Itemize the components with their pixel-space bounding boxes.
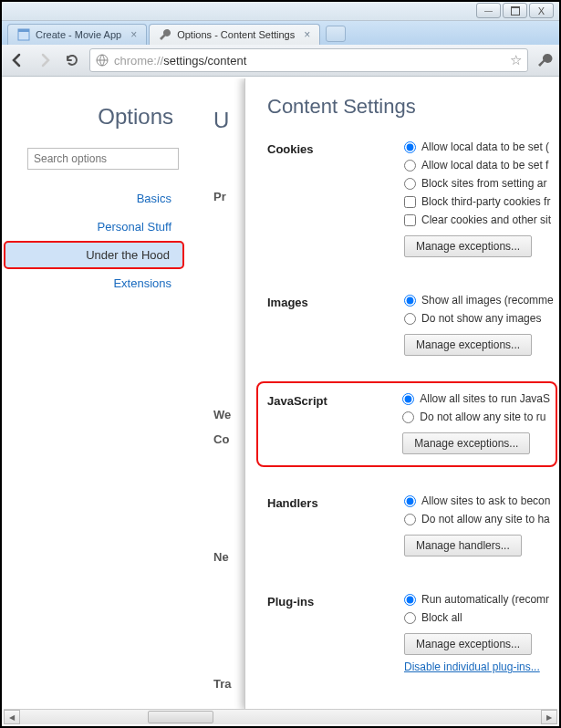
url-bar[interactable]: chrome://settings/content ☆ bbox=[89, 48, 528, 72]
option-label: Run automatically (recomr bbox=[421, 593, 549, 606]
window-minimize-button[interactable]: — bbox=[476, 3, 501, 18]
forward-button[interactable] bbox=[35, 50, 55, 70]
close-glyph: X bbox=[538, 5, 545, 16]
radio-option[interactable]: Block all bbox=[404, 611, 557, 624]
window-maximize-button[interactable] bbox=[503, 3, 527, 18]
reload-button[interactable] bbox=[62, 50, 82, 70]
close-icon[interactable]: × bbox=[304, 28, 310, 41]
section-plugins: Plug-ins Run automatically (recomr Block… bbox=[267, 593, 557, 673]
back-button[interactable] bbox=[7, 50, 27, 70]
radio-input[interactable] bbox=[404, 178, 416, 190]
option-label: Clear cookies and other sit bbox=[421, 213, 551, 226]
option-label: Block third-party cookies fr bbox=[421, 195, 550, 208]
manage-handlers-button[interactable]: Manage handlers... bbox=[404, 535, 522, 556]
section-heading: JavaScript bbox=[267, 392, 402, 454]
section-heading: Handlers bbox=[267, 494, 404, 556]
toolbar: chrome://settings/content ☆ bbox=[2, 45, 559, 77]
radio-option[interactable]: Do not allow any site to ru bbox=[402, 411, 550, 423]
section-heading: Cookies bbox=[267, 140, 404, 257]
sidebar-item-extensions[interactable]: Extensions bbox=[4, 269, 186, 297]
options-sidebar: Options Basics Personal Stuff Under the … bbox=[4, 78, 195, 710]
option-label: Do not allow any site to ha bbox=[421, 513, 550, 525]
scroll-left-button[interactable]: ◀ bbox=[4, 710, 20, 724]
manage-exceptions-button[interactable]: Manage exceptions... bbox=[404, 334, 532, 356]
disable-plugins-link[interactable]: Disable individual plug-ins... bbox=[404, 660, 540, 673]
globe-icon bbox=[96, 54, 109, 67]
radio-option[interactable]: Allow local data to be set f bbox=[404, 159, 557, 172]
radio-option[interactable]: Do not show any images bbox=[404, 312, 557, 325]
maximize-glyph bbox=[511, 6, 520, 16]
window-titlebar: — X bbox=[2, 2, 559, 21]
radio-input[interactable] bbox=[404, 160, 416, 172]
section-heading: Plug-ins bbox=[267, 593, 404, 673]
manage-exceptions-button[interactable]: Manage exceptions... bbox=[404, 633, 532, 655]
minimize-glyph: — bbox=[484, 6, 493, 16]
sidebar-item-personal-stuff[interactable]: Personal Stuff bbox=[4, 213, 186, 241]
option-label: Show all images (recomme bbox=[421, 294, 554, 307]
manage-exceptions-button[interactable]: Manage exceptions... bbox=[402, 432, 530, 454]
page-icon bbox=[17, 28, 30, 41]
radio-option[interactable]: Run automatically (recomr bbox=[404, 593, 557, 606]
option-label: Do not allow any site to ru bbox=[420, 411, 545, 423]
svg-rect-1 bbox=[18, 29, 29, 32]
radio-input[interactable] bbox=[404, 313, 416, 325]
radio-option[interactable]: Allow all sites to run JavaS bbox=[402, 392, 550, 405]
radio-input[interactable] bbox=[404, 594, 416, 606]
scroll-right-button[interactable]: ▶ bbox=[541, 710, 557, 724]
radio-input[interactable] bbox=[402, 411, 414, 423]
manage-exceptions-button[interactable]: Manage exceptions... bbox=[404, 235, 532, 257]
radio-option[interactable]: Allow local data to be set ( bbox=[404, 140, 557, 153]
checkbox-input[interactable] bbox=[404, 196, 416, 208]
radio-option[interactable]: Block sites from setting ar bbox=[404, 177, 557, 190]
sidebar-item-under-the-hood[interactable]: Under the Hood bbox=[4, 241, 184, 269]
tab-label: Options - Content Settings bbox=[177, 29, 295, 40]
radio-input[interactable] bbox=[404, 141, 416, 153]
option-label: Allow local data to be set ( bbox=[421, 140, 549, 153]
bookmark-star-icon[interactable]: ☆ bbox=[510, 52, 522, 68]
option-label: Block all bbox=[421, 611, 462, 624]
tabstrip: Create - Movie App × Options - Content S… bbox=[2, 21, 559, 45]
section-javascript-highlighted: JavaScript Allow all sites to run JavaS … bbox=[256, 381, 557, 467]
radio-input[interactable] bbox=[404, 495, 416, 507]
page-title: Options bbox=[4, 104, 173, 130]
tab-label: Create - Movie App bbox=[36, 29, 121, 40]
wrench-menu-button[interactable] bbox=[535, 51, 554, 69]
option-label: Block sites from setting ar bbox=[421, 177, 546, 190]
checkbox-option[interactable]: Block third-party cookies fr bbox=[404, 195, 557, 208]
url-text: chrome://settings/content bbox=[114, 54, 504, 68]
option-label: Allow all sites to run JavaS bbox=[420, 392, 550, 405]
sidebar-item-basics[interactable]: Basics bbox=[4, 184, 186, 213]
new-tab-button[interactable] bbox=[326, 26, 346, 42]
radio-option[interactable]: Do not allow any site to ha bbox=[404, 513, 557, 525]
section-heading: Images bbox=[267, 294, 404, 356]
radio-input[interactable] bbox=[404, 295, 416, 307]
section-handlers: Handlers Allow sites to ask to becon Do … bbox=[267, 494, 557, 556]
search-input[interactable] bbox=[27, 148, 179, 170]
tab-movie-app[interactable]: Create - Movie App × bbox=[7, 24, 147, 45]
wrench-icon bbox=[159, 28, 171, 41]
tab-options-active[interactable]: Options - Content Settings × bbox=[149, 24, 320, 45]
content-settings-popup: Content Settings Cookies Allow local dat… bbox=[244, 78, 557, 710]
scroll-thumb[interactable] bbox=[148, 711, 213, 723]
horizontal-scrollbar[interactable]: ◀ ▶ bbox=[4, 709, 557, 724]
close-icon[interactable]: × bbox=[130, 28, 137, 41]
popup-title: Content Settings bbox=[267, 95, 557, 119]
window-close-button[interactable]: X bbox=[529, 3, 554, 18]
checkbox-input[interactable] bbox=[404, 214, 416, 226]
radio-option[interactable]: Allow sites to ask to becon bbox=[404, 494, 557, 507]
section-cookies: Cookies Allow local data to be set ( All… bbox=[267, 140, 557, 257]
option-label: Allow sites to ask to becon bbox=[421, 494, 550, 507]
content-area: Options Basics Personal Stuff Under the … bbox=[4, 78, 557, 710]
radio-input[interactable] bbox=[402, 393, 414, 405]
section-images: Images Show all images (recomme Do not s… bbox=[267, 294, 557, 356]
url-path: settings/content bbox=[163, 54, 246, 68]
option-label: Allow local data to be set f bbox=[421, 159, 548, 172]
scroll-track[interactable] bbox=[20, 711, 541, 723]
option-label: Do not show any images bbox=[421, 312, 541, 325]
radio-option[interactable]: Show all images (recomme bbox=[404, 294, 557, 307]
radio-input[interactable] bbox=[404, 514, 416, 525]
checkbox-option[interactable]: Clear cookies and other sit bbox=[404, 213, 557, 226]
url-scheme: chrome:// bbox=[114, 54, 163, 68]
radio-input[interactable] bbox=[404, 612, 416, 624]
